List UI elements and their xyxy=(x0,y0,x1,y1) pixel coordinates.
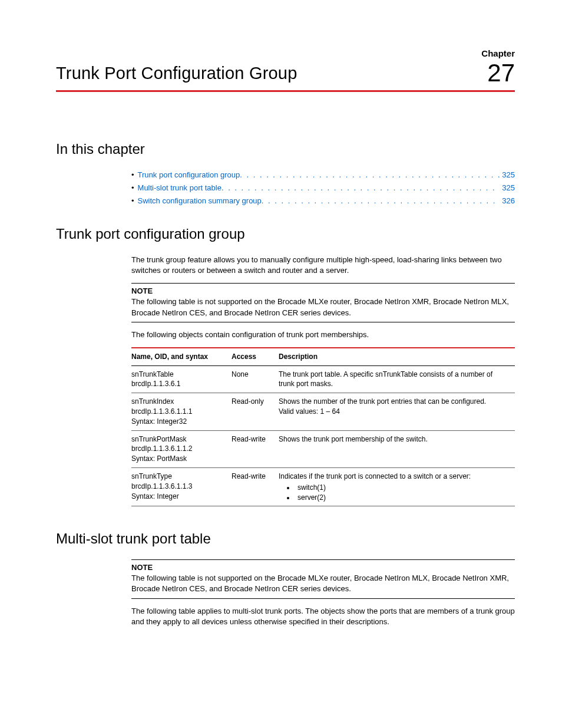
toc-link[interactable]: Trunk port configuration group xyxy=(138,170,240,180)
list-item: server(2) xyxy=(295,493,510,503)
red-rule xyxy=(56,90,515,92)
section-multi-slot: Multi-slot trunk port table xyxy=(56,529,515,549)
th-name: Name, OID, and syntax xyxy=(131,348,232,365)
cell-name: snTrunkIndexbrcdIp.1.1.3.6.1.1.1Syntax: … xyxy=(131,393,232,430)
cell-name: snTrunkTypebrcdIp.1.1.3.6.1.1.3Syntax: I… xyxy=(131,468,232,506)
bullet-icon: • xyxy=(131,170,134,180)
toc-item: •Switch configuration summary group . . … xyxy=(131,196,515,206)
chapter-label: Chapter xyxy=(56,47,515,60)
table-row: snTrunkPortMaskbrcdIp.1.1.3.6.1.1.2Synta… xyxy=(131,430,515,467)
toc-link[interactable]: Multi-slot trunk port table xyxy=(138,183,222,193)
toc-list: •Trunk port configuration group . . . . … xyxy=(131,170,515,207)
cell-desc: Indicates if the trunk port is connected… xyxy=(279,468,515,506)
note-label: NOTE xyxy=(131,286,515,297)
list-item: switch(1) xyxy=(295,483,510,493)
cell-access: Read-only xyxy=(232,393,279,430)
bullet-icon: • xyxy=(131,183,134,193)
toc-page[interactable]: 325 xyxy=(502,183,515,193)
bullet-icon: • xyxy=(131,196,134,206)
cell-desc: Shows the trunk port membership of the s… xyxy=(279,430,515,467)
chapter-header: Chapter Trunk Port Configuration Group 2… xyxy=(56,47,515,92)
section-in-this-chapter: In this chapter xyxy=(56,139,515,159)
table-header-row: Name, OID, and syntax Access Description xyxy=(131,348,515,365)
cell-access: None xyxy=(232,365,279,393)
trunk-table: Name, OID, and syntax Access Description… xyxy=(131,347,515,507)
toc-page[interactable]: 326 xyxy=(502,196,515,206)
note-text: The following table is not supported on … xyxy=(131,573,515,594)
toc-item: •Trunk port configuration group . . . . … xyxy=(131,170,515,180)
table-row: snTrunkIndexbrcdIp.1.1.3.6.1.1.1Syntax: … xyxy=(131,393,515,430)
multi-content: NOTE The following table is not supporte… xyxy=(131,559,515,627)
chapter-title: Trunk Port Configuration Group xyxy=(56,61,297,85)
multi-lead: The following table applies to multi-slo… xyxy=(131,606,515,627)
note-text: The following table is not supported on … xyxy=(131,297,515,318)
cell-name: snTrunkPortMaskbrcdIp.1.1.3.6.1.1.2Synta… xyxy=(131,430,232,467)
page: Chapter Trunk Port Configuration Group 2… xyxy=(0,0,562,728)
toc-dots: . . . . . . . . . . . . . . . . . . . . … xyxy=(262,196,500,206)
section-trunk-group: Trunk port configuration group xyxy=(56,224,515,244)
trunk-intro: The trunk group feature allows you to ma… xyxy=(131,255,515,276)
cell-name: snTrunkTablebrcdIp.1.1.3.6.1 xyxy=(131,365,232,393)
cell-access: Read-write xyxy=(232,430,279,467)
desc-list: switch(1)server(2) xyxy=(279,483,510,503)
cell-desc: The trunk port table. A specific snTrunk… xyxy=(279,365,515,393)
toc-dots: . . . . . . . . . . . . . . . . . . . . … xyxy=(240,170,500,180)
chapter-number: 27 xyxy=(487,61,515,85)
table-row: snTrunkTablebrcdIp.1.1.3.6.1NoneThe trun… xyxy=(131,365,515,393)
note-label: NOTE xyxy=(131,562,515,573)
title-row: Trunk Port Configuration Group 27 xyxy=(56,61,515,85)
cell-desc: Shows the number of the trunk port entri… xyxy=(279,393,515,430)
toc-dots: . . . . . . . . . . . . . . . . . . . . … xyxy=(222,183,500,193)
cell-access: Read-write xyxy=(232,468,279,506)
th-desc: Description xyxy=(279,348,515,365)
trunk-content: The trunk group feature allows you to ma… xyxy=(131,255,515,507)
table-row: snTrunkTypebrcdIp.1.1.3.6.1.1.3Syntax: I… xyxy=(131,468,515,506)
toc-page[interactable]: 325 xyxy=(502,170,515,180)
trunk-note: NOTE The following table is not supporte… xyxy=(131,283,515,322)
toc-block: •Trunk port configuration group . . . . … xyxy=(131,170,515,207)
multi-note: NOTE The following table is not supporte… xyxy=(131,559,515,599)
toc-item: •Multi-slot trunk port table . . . . . .… xyxy=(131,183,515,193)
th-access: Access xyxy=(232,348,279,365)
toc-link[interactable]: Switch configuration summary group xyxy=(138,196,262,206)
trunk-lead: The following objects contain configurat… xyxy=(131,330,515,340)
